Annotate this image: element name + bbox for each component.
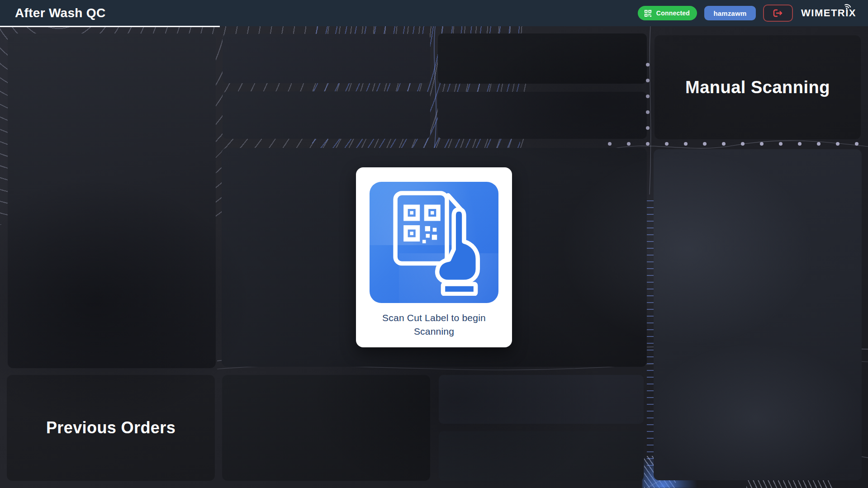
- connection-status-label: Connected: [656, 9, 690, 17]
- background-ladder-pattern: [647, 194, 654, 466]
- dotted-divider-horizontal: [608, 142, 859, 146]
- navbar-underline: [0, 26, 220, 27]
- manual-scanning-title: Manual Scanning: [685, 78, 830, 97]
- wimetrix-logo: WIMETRIX: [801, 7, 859, 19]
- qr-code-icon: [644, 9, 652, 18]
- scan-cut-label-card[interactable]: Scan Cut Label to begin Scanning: [356, 167, 512, 347]
- scan-card-label: Scan Cut Label to begin Scanning: [366, 311, 502, 339]
- placeholder-panel-left: [8, 33, 216, 368]
- scan-icon-tile: [370, 182, 498, 303]
- hand-holding-qr-label-icon: [388, 189, 480, 296]
- manual-scanning-card[interactable]: Manual Scanning: [655, 35, 861, 139]
- placeholder-panel-bottom-right-2: [439, 431, 644, 481]
- previous-orders-card[interactable]: Previous Orders: [7, 375, 215, 481]
- placeholder-panel-right-bottom: [654, 149, 862, 480]
- connection-status-badge: Connected: [638, 6, 697, 20]
- placeholder-panel-top-mid-2: [223, 91, 430, 139]
- navbar: After Wash QC Connected hamzawm: [0, 0, 868, 26]
- placeholder-panel-top-right-2: [438, 92, 647, 139]
- username-label: hamzawm: [713, 9, 746, 17]
- after-wash-qc-screen: Manual Scanning Previous Orders: [0, 0, 868, 488]
- page-title: After Wash QC: [15, 6, 105, 20]
- placeholder-panel-bottom-right-1: [439, 375, 644, 424]
- placeholder-panel-top-right-1: [438, 33, 647, 84]
- placeholder-panel-bottom-mid: [222, 375, 430, 481]
- placeholder-panel-top-mid-1: [223, 34, 430, 83]
- sign-out-icon: [772, 8, 784, 18]
- previous-orders-title: Previous Orders: [46, 418, 175, 437]
- logout-button[interactable]: [763, 5, 793, 22]
- user-badge[interactable]: hamzawm: [704, 6, 756, 20]
